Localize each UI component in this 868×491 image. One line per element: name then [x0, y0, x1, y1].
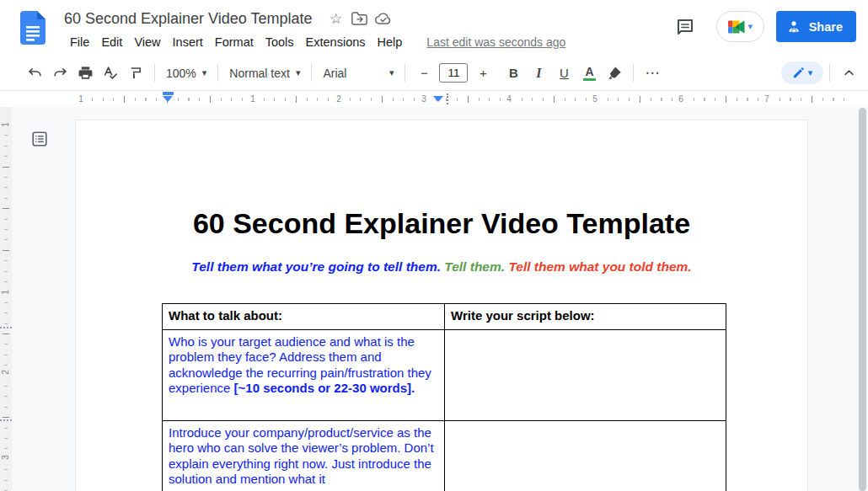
menu-file[interactable]: File [64, 34, 95, 51]
hruler-number: 3 [418, 93, 430, 104]
share-lock-person-icon [786, 19, 801, 35]
document-heading[interactable]: 60 Second Explainer Video Template [76, 206, 807, 241]
menu-help[interactable]: Help [372, 34, 409, 51]
table-header-cell[interactable]: What to talk about: [163, 304, 445, 330]
google-docs-logo-icon[interactable] [20, 11, 46, 45]
first-line-indent-marker[interactable] [163, 92, 174, 95]
left-indent-marker[interactable] [163, 92, 174, 102]
menu-insert[interactable]: Insert [167, 34, 209, 51]
table-row-marker[interactable] [0, 327, 12, 332]
menu-edit[interactable]: Edit [95, 34, 128, 51]
spell-check-icon[interactable] [99, 61, 121, 85]
scrollbar-thumb[interactable] [859, 108, 866, 491]
vruler-number: 3 [0, 451, 12, 463]
table-row: Introduce your company/product/service a… [163, 421, 726, 491]
toolbar-divider [633, 64, 634, 82]
font-value: Arial [323, 67, 346, 80]
subtitle-segment: Tell them what you told them. [508, 259, 691, 274]
script-cell[interactable] [445, 421, 726, 491]
text-color-a-icon: A [583, 66, 595, 81]
script-cell[interactable] [445, 330, 726, 421]
google-meet-icon [727, 19, 745, 35]
table-header-cell[interactable]: Write your script below: [445, 304, 726, 330]
format-toolbar: 100% ▾ Normal text ▾ Arial ▾ − 11 + B I … [0, 56, 868, 91]
document-page[interactable]: 60 Second Explainer Video Template Tell … [76, 120, 807, 491]
chevron-down-icon: ▾ [296, 67, 301, 78]
toolbar-divider [311, 64, 312, 82]
menu-bar: FileEditViewInsertFormatToolsExtensionsH… [64, 31, 565, 53]
vruler-number: 1 [0, 286, 12, 298]
toolbar-divider [829, 64, 830, 82]
decrease-font-size-button[interactable]: − [413, 61, 435, 85]
print-icon[interactable] [74, 61, 96, 85]
hruler-number: 5 [589, 93, 601, 104]
subtitle-segment: Tell them what you’re going to tell them… [191, 259, 444, 274]
star-icon[interactable]: ☆ [328, 10, 345, 27]
vertical-ruler[interactable]: 1123 [0, 107, 12, 491]
font-family-select[interactable]: Arial ▾ [318, 61, 399, 85]
vruler-number: 2 [0, 366, 12, 378]
menu-extensions[interactable]: Extensions [300, 34, 372, 51]
script-table[interactable]: What to talk about:Write your script bel… [162, 303, 726, 491]
ruler-ticks [3, 125, 9, 491]
bold-button[interactable]: B [502, 61, 524, 85]
last-edit-link[interactable]: Last edit was seconds ago [426, 35, 565, 49]
top-bar: 60 Second Explainer Video Template ☆ F [0, 0, 868, 56]
menu-view[interactable]: View [128, 34, 166, 51]
show-document-outline-icon[interactable] [29, 128, 51, 150]
chevron-down-icon: ▾ [202, 67, 207, 78]
ruler-ticks [81, 96, 855, 103]
undo-icon[interactable] [24, 61, 46, 85]
menu-tools[interactable]: Tools [260, 34, 300, 51]
table-row: Who is your target audience and what is … [163, 330, 726, 421]
move-to-folder-icon[interactable] [351, 10, 368, 27]
toolbar-divider [154, 64, 155, 82]
meet-caret-icon: ▾ [747, 21, 753, 32]
menu-format[interactable]: Format [209, 34, 260, 51]
font-size-input[interactable]: 11 [439, 63, 468, 83]
right-indent-marker[interactable] [433, 96, 443, 102]
style-value: Normal text [229, 67, 290, 80]
table-row-marker[interactable] [0, 419, 12, 424]
redo-icon[interactable] [49, 61, 71, 85]
vruler-number: 1 [0, 119, 12, 131]
table-column-divider-marker[interactable] [447, 93, 448, 104]
hruler-number: 2 [333, 93, 345, 104]
underline-button[interactable]: U [553, 61, 575, 85]
horizontal-ruler[interactable]: 11234567 [0, 91, 868, 107]
hruler-number: 6 [675, 93, 687, 104]
toolbar-divider [405, 64, 405, 82]
subtitle-segment: Tell them. [444, 259, 508, 274]
cell-text-segment: [~10 seconds or 22-30 words]. [234, 381, 415, 395]
document-title[interactable]: 60 Second Explainer Video Template [64, 10, 313, 28]
table-header-row: What to talk about:Write your script bel… [163, 304, 726, 330]
hruler-number: 4 [503, 93, 515, 104]
hruler-number: 1 [247, 93, 259, 104]
what-to-talk-about-cell[interactable]: Who is your target audience and what is … [163, 330, 445, 421]
share-button[interactable]: Share [776, 11, 856, 42]
text-color-button[interactable]: A [578, 61, 600, 85]
document-subtitle[interactable]: Tell them what you’re going to tell them… [76, 259, 807, 275]
zoom-value: 100% [166, 67, 196, 80]
paragraph-style-select[interactable]: Normal text ▾ [224, 61, 305, 85]
editing-mode-button[interactable]: ▾ [781, 61, 823, 84]
more-toolbar-options-button[interactable]: ⋯ [641, 61, 663, 85]
document-status-cloud-icon[interactable] [375, 10, 392, 27]
hruler-number: 1 [75, 93, 87, 104]
toolbar-divider [217, 64, 218, 82]
what-to-talk-about-cell[interactable]: Introduce your company/product/service a… [163, 421, 445, 491]
zoom-select[interactable]: 100% ▾ [161, 61, 212, 85]
chevron-down-icon: ▾ [389, 67, 394, 78]
meet-video-call-button[interactable]: ▾ [716, 11, 764, 42]
vertical-scrollbar[interactable] [859, 108, 866, 491]
document-workspace: 11234567 1123 60 Second Explainer Video … [0, 91, 868, 491]
pencil-icon [792, 67, 805, 79]
comment-history-icon[interactable] [672, 14, 698, 40]
paint-format-icon[interactable] [125, 61, 147, 85]
google-docs-app: 60 Second Explainer Video Template ☆ F [0, 0, 868, 491]
highlight-color-icon[interactable] [603, 61, 625, 85]
italic-button[interactable]: I [528, 61, 549, 85]
hide-menus-chevron-icon[interactable] [838, 61, 860, 85]
share-label: Share [809, 20, 843, 34]
increase-font-size-button[interactable]: + [472, 61, 494, 85]
